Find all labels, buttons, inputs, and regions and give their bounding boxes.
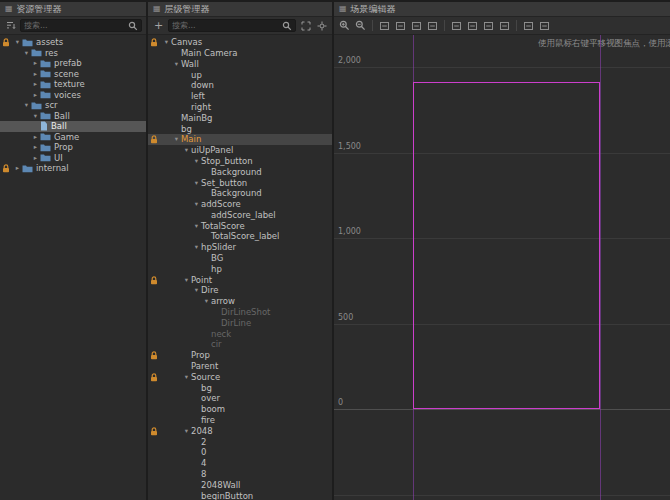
node-row[interactable]: DirLineShot [148, 307, 332, 318]
asset-row[interactable]: ▾Ball [0, 111, 146, 122]
scene-tool-icon[interactable] [378, 19, 391, 32]
expand-arrow-icon[interactable]: ▸ [31, 60, 40, 67]
scene-tool-icon[interactable] [410, 19, 423, 32]
sort-icon[interactable] [4, 19, 17, 32]
asset-row[interactable]: ▾res [0, 48, 146, 59]
node-row[interactable]: ▾hpSlider [148, 242, 332, 253]
node-row[interactable]: ▾Canvas [148, 37, 332, 48]
asset-row[interactable]: ▸texture [0, 79, 146, 90]
expand-arrow-icon[interactable]: ▾ [192, 287, 201, 294]
expand-arrow-icon[interactable]: ▾ [192, 180, 201, 187]
zoom-out-icon[interactable] [354, 19, 367, 32]
node-row[interactable]: DirLine [148, 318, 332, 329]
expand-arrow-icon[interactable]: ▾ [182, 277, 191, 284]
asset-row[interactable]: ▸voices [0, 90, 146, 101]
expand-arrow-icon[interactable]: ▾ [22, 50, 31, 57]
scene-tool-icon[interactable] [498, 19, 511, 32]
asset-row[interactable]: ▸Game [0, 132, 146, 143]
expand-arrow-icon[interactable]: ▾ [22, 102, 31, 109]
asset-row[interactable]: ▸internal [0, 163, 146, 174]
scene-tool-icon[interactable] [450, 19, 463, 32]
node-row[interactable]: 4 [148, 458, 332, 469]
scene-tool-icon[interactable] [538, 19, 551, 32]
asset-row[interactable]: ▸UI [0, 153, 146, 164]
expand-arrow-icon[interactable]: ▾ [192, 201, 201, 208]
expand-arrow-icon[interactable]: ▾ [182, 428, 191, 435]
search-icon[interactable] [128, 21, 138, 31]
node-row[interactable]: Main Camera [148, 48, 332, 59]
lock-icon[interactable] [150, 427, 158, 436]
lock-icon[interactable] [150, 373, 158, 382]
asset-row[interactable]: ▾scr [0, 100, 146, 111]
expand-arrow-icon[interactable]: ▸ [31, 81, 40, 88]
node-row[interactable]: ▾Set_button [148, 177, 332, 188]
lock-icon[interactable] [2, 38, 10, 47]
node-row[interactable]: ▾Wall [148, 59, 332, 70]
node-row[interactable]: right [148, 102, 332, 113]
create-node-button[interactable]: + [152, 19, 165, 32]
asset-row[interactable]: ▸Prop [0, 142, 146, 153]
node-row[interactable]: Parent [148, 361, 332, 372]
expand-arrow-icon[interactable]: ▾ [13, 39, 22, 46]
asset-row[interactable]: ▸scene [0, 69, 146, 80]
node-row[interactable]: 2 [148, 436, 332, 447]
node-row[interactable]: up [148, 69, 332, 80]
asset-row[interactable]: Ball [0, 121, 146, 132]
node-row[interactable]: BG [148, 253, 332, 264]
expand-arrow-icon[interactable]: ▾ [192, 158, 201, 165]
scene-tool-icon[interactable] [466, 19, 479, 32]
expand-arrow-icon[interactable]: ▸ [13, 165, 22, 172]
asset-row[interactable]: ▾assets [0, 37, 146, 48]
expand-arrow-icon[interactable]: ▾ [162, 39, 171, 46]
lock-icon[interactable] [2, 164, 10, 173]
node-row[interactable]: Background [148, 167, 332, 178]
locate-node-icon[interactable] [315, 19, 328, 32]
node-row[interactable]: 0 [148, 447, 332, 458]
node-row[interactable]: ▾2048 [148, 426, 332, 437]
expand-arrow-icon[interactable]: ▾ [192, 244, 201, 251]
node-row[interactable]: beginButton [148, 490, 332, 500]
node-row[interactable]: down [148, 80, 332, 91]
node-row[interactable]: bg [148, 383, 332, 394]
node-row[interactable]: cir [148, 339, 332, 350]
lock-icon[interactable] [150, 38, 158, 47]
scene-tool-icon[interactable] [522, 19, 535, 32]
node-row[interactable]: ▾Source [148, 372, 332, 383]
expand-all-icon[interactable] [299, 19, 312, 32]
expand-arrow-icon[interactable]: ▸ [31, 155, 40, 162]
node-row[interactable]: 2048Wall [148, 480, 332, 491]
lock-icon[interactable] [150, 351, 158, 360]
asset-row[interactable]: ▸prefab [0, 58, 146, 69]
scene-tool-icon[interactable] [426, 19, 439, 32]
node-row[interactable]: ▾uiUpPanel [148, 145, 332, 156]
expand-arrow-icon[interactable]: ▾ [31, 113, 40, 120]
node-row[interactable]: 8 [148, 469, 332, 480]
node-row[interactable]: TotalScore_label [148, 231, 332, 242]
scene-tool-icon[interactable] [482, 19, 495, 32]
node-row[interactable]: addScore_label [148, 210, 332, 221]
node-row[interactable]: left [148, 91, 332, 102]
expand-arrow-icon[interactable]: ▾ [182, 147, 191, 154]
expand-arrow-icon[interactable]: ▾ [172, 136, 181, 143]
expand-arrow-icon[interactable]: ▸ [31, 144, 40, 151]
lock-icon[interactable] [150, 276, 158, 285]
expand-arrow-icon[interactable]: ▾ [182, 374, 191, 381]
node-row[interactable]: ▾Main [148, 134, 332, 145]
node-row[interactable]: ▾Dire [148, 285, 332, 296]
node-row[interactable]: MainBg [148, 113, 332, 124]
node-row[interactable]: boom [148, 404, 332, 415]
node-row[interactable]: over [148, 393, 332, 404]
scene-tool-icon[interactable] [394, 19, 407, 32]
assets-search-input[interactable] [24, 21, 126, 30]
expand-arrow-icon[interactable]: ▾ [172, 61, 181, 68]
node-row[interactable]: hp [148, 264, 332, 275]
expand-arrow-icon[interactable]: ▸ [31, 134, 40, 141]
node-row[interactable]: bg [148, 123, 332, 134]
node-row[interactable]: Prop [148, 350, 332, 361]
node-row[interactable]: ▾TotalScore [148, 221, 332, 232]
lock-icon[interactable] [150, 135, 158, 144]
node-row[interactable]: fire [148, 415, 332, 426]
expand-arrow-icon[interactable]: ▾ [192, 223, 201, 230]
expand-arrow-icon[interactable]: ▸ [31, 71, 40, 78]
node-row[interactable]: Background [148, 188, 332, 199]
